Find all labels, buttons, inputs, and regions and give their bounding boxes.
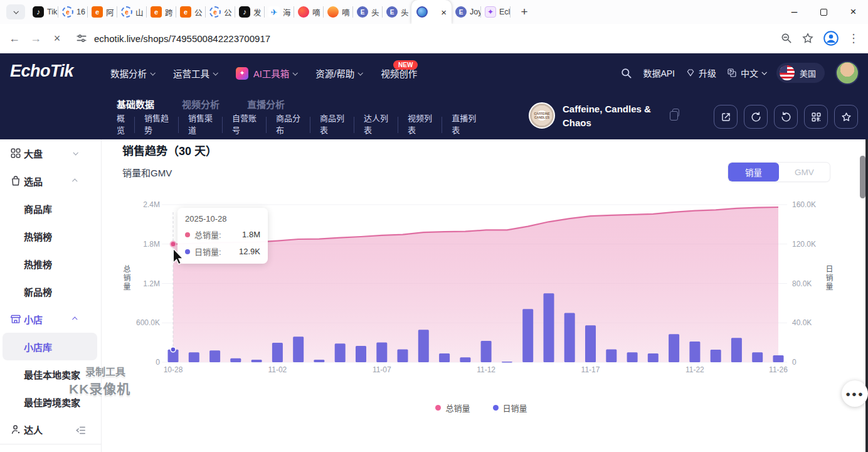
nav-item-0[interactable]: 数据分析 xyxy=(110,67,154,80)
url-text[interactable]: echotik.live/shops/7495500842223700917 xyxy=(94,33,270,44)
new-badge: NEW xyxy=(393,60,418,70)
section-menu-item-7[interactable]: 视频列表 xyxy=(408,113,432,137)
svg-text:80.0K: 80.0K xyxy=(792,279,812,288)
bird-favicon: ✈ xyxy=(268,6,280,18)
section-menu-item-1[interactable]: 销售趋势 xyxy=(144,113,169,137)
tab-strip: ♪Tike16e阿e山e跨e公e公♪发✈海嘀嘀E头E头×EJoy✦Ecl xyxy=(29,0,511,24)
svg-text:1.2M: 1.2M xyxy=(143,279,160,288)
section-menu-item-3[interactable]: 自营账号 xyxy=(232,113,257,137)
browser-tab-active[interactable]: × xyxy=(411,0,452,24)
search-icon[interactable] xyxy=(620,67,632,79)
region-selector[interactable]: 美国 xyxy=(776,63,825,83)
sidebar-subitem-商品库[interactable]: 商品库 xyxy=(0,195,101,222)
stop-loading-icon[interactable]: × xyxy=(46,28,68,49)
svg-text:11-07: 11-07 xyxy=(373,365,391,374)
section-menu-item-2[interactable]: 销售渠道 xyxy=(188,113,213,137)
language-selector[interactable]: 中文 xyxy=(727,67,766,79)
chart-subtitle: 销量和GMV xyxy=(122,166,172,179)
site-settings-icon[interactable] xyxy=(75,32,88,45)
user-avatar[interactable] xyxy=(835,61,859,85)
window-minimize-button[interactable]: – xyxy=(780,1,809,23)
browser-tab[interactable]: E头 xyxy=(383,0,411,24)
legend-item-日销量[interactable]: 日销量 xyxy=(493,402,527,414)
section-menu-item-4[interactable]: 商品分布 xyxy=(276,113,300,137)
browser-tab[interactable]: ♪发 xyxy=(235,0,264,24)
browser-tab[interactable]: ✦Ecl xyxy=(481,0,510,24)
toggle-gmv-button[interactable]: GMV xyxy=(779,163,830,181)
echotik-logo[interactable]: EchoTik xyxy=(10,62,73,81)
svg-text:11-17: 11-17 xyxy=(581,365,600,374)
history-button[interactable] xyxy=(774,105,798,129)
browser-tab[interactable]: e山 xyxy=(117,0,146,24)
page-scrollbar[interactable] xyxy=(860,156,865,198)
browser-tab[interactable]: e16 xyxy=(58,0,87,24)
browser-tab[interactable]: ♪Tik xyxy=(29,0,58,24)
forward-icon[interactable]: → xyxy=(25,28,46,49)
dashed-favicon: e xyxy=(62,6,73,18)
bookmark-star-icon[interactable] xyxy=(802,32,814,45)
browser-tab[interactable]: EJoy xyxy=(452,0,480,24)
section-menu-item-0[interactable]: 概览 xyxy=(117,113,125,137)
data-api-link[interactable]: 数据API xyxy=(643,67,675,79)
qr-code-button[interactable] xyxy=(804,105,828,129)
browser-tab[interactable]: e公 xyxy=(176,0,205,24)
tooltip-date: 2025-10-28 xyxy=(185,214,260,223)
nav-item-2[interactable]: ✦AI工具箱 xyxy=(236,67,297,80)
sidebar-subitem-热推榜[interactable]: 热推榜 xyxy=(0,250,101,277)
profile-avatar-icon[interactable] xyxy=(823,30,839,46)
window-close-button[interactable]: × xyxy=(839,1,868,23)
sidebar-item-2[interactable]: 小店 xyxy=(0,305,101,333)
tab-basic-data[interactable]: 基础数据 xyxy=(117,97,154,110)
legend-dot-icon xyxy=(493,405,499,411)
window-maximize-button[interactable] xyxy=(809,1,839,23)
browser-tab[interactable]: e阿 xyxy=(88,0,117,24)
favorite-button[interactable] xyxy=(834,105,858,129)
browser-tab[interactable]: e公 xyxy=(206,0,235,24)
copy-icon[interactable] xyxy=(672,109,679,117)
caret-down-icon xyxy=(761,70,766,75)
svg-text:11-26: 11-26 xyxy=(769,365,788,374)
more-actions-button[interactable]: ●●● xyxy=(842,380,868,407)
new-tab-button[interactable]: + xyxy=(516,3,533,21)
section-menu-item-5[interactable]: 商品列表 xyxy=(320,113,344,137)
browser-tab[interactable]: e跨 xyxy=(147,0,176,24)
zoom-icon[interactable] xyxy=(780,32,793,45)
sidebar-subitem-小店库[interactable]: 小店库 xyxy=(0,333,101,360)
sidebar-subitem-热销榜[interactable]: 热销榜 xyxy=(0,222,101,250)
window-controls: – × xyxy=(780,1,868,23)
section-menu-item-6[interactable]: 达人列表 xyxy=(364,113,388,137)
orange-favicon: e xyxy=(92,6,103,18)
tab-video-analysis[interactable]: 视频分析 xyxy=(182,97,220,110)
sidebar-item-1[interactable]: 选品 xyxy=(0,167,101,195)
section-menu-item-8[interactable]: 直播列表 xyxy=(452,113,476,137)
right-edge-strip xyxy=(865,139,868,452)
legend-item-总销量[interactable]: 总销量 xyxy=(435,402,470,414)
open-shop-external-button[interactable] xyxy=(714,105,738,129)
upgrade-link[interactable]: 升级 xyxy=(685,67,716,79)
toggle-sales-button[interactable]: 销量 xyxy=(728,163,779,181)
tab-live-analysis[interactable]: 直播分析 xyxy=(247,97,285,110)
tab-divider xyxy=(510,6,511,18)
globe-favicon xyxy=(416,6,428,18)
person-icon xyxy=(10,424,21,435)
refresh-data-button[interactable] xyxy=(744,105,768,129)
back-icon[interactable]: ← xyxy=(4,28,25,49)
bag-icon xyxy=(10,175,21,186)
legend-dot-icon xyxy=(435,405,441,411)
sidebar-collapse-icon[interactable] xyxy=(75,426,86,438)
menu-divider xyxy=(310,117,310,133)
tab-list-chevron-icon[interactable] xyxy=(6,4,25,19)
browser-tab[interactable]: ✈海 xyxy=(265,0,294,24)
tab-close-icon[interactable]: × xyxy=(441,7,447,18)
nav-item-3[interactable]: 资源/帮助 xyxy=(315,67,362,80)
sales-trend-chart[interactable]: 00600.0K40.0K1.2M80.0K1.8M120.0K2.4M160.… xyxy=(116,188,847,383)
browser-tab[interactable]: 嘀 xyxy=(294,0,323,24)
maximize-icon xyxy=(820,9,827,16)
purple-e-favicon: E xyxy=(357,6,368,18)
browser-menu-kebab-icon[interactable]: ⋮ xyxy=(848,31,859,45)
sidebar-subitem-新品榜[interactable]: 新品榜 xyxy=(0,277,101,305)
nav-item-1[interactable]: 运营工具 xyxy=(173,67,217,80)
browser-tab[interactable]: E头 xyxy=(353,0,382,24)
sidebar-item-0[interactable]: 大盘 xyxy=(0,139,101,167)
browser-tab[interactable]: 嘀 xyxy=(324,0,352,24)
